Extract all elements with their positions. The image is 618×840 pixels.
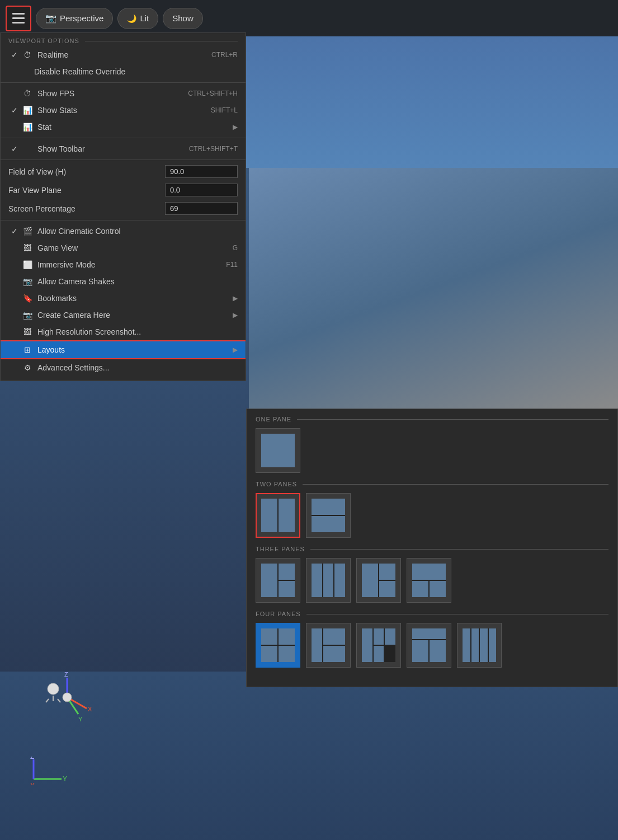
advanced-label: Advanced Settings... bbox=[37, 363, 238, 372]
allow-shakes-label: Allow Camera Shakes bbox=[37, 277, 238, 286]
fov-row: Field of View (H) bbox=[1, 162, 246, 181]
svg-line-9 bbox=[46, 699, 49, 702]
three-panes-title: THREE PANES bbox=[256, 546, 608, 552]
realtime-label: Realtime bbox=[37, 50, 211, 59]
svg-point-7 bbox=[48, 683, 59, 694]
immersive-label: Immersive Mode bbox=[37, 260, 226, 269]
show-stats-label: Show Stats bbox=[37, 106, 211, 115]
show-fps-shortcut: CTRL+SHIFT+H bbox=[188, 90, 238, 97]
layout-four-b[interactable] bbox=[306, 623, 351, 668]
stats-icon: 📊 bbox=[21, 106, 34, 115]
hamburger-menu-button[interactable] bbox=[6, 6, 31, 31]
allow-shakes-item[interactable]: 📷 Allow Camera Shakes bbox=[1, 273, 246, 290]
allow-cinematic-item[interactable]: ✓ 🎬 Allow Cinematic Control bbox=[1, 223, 246, 240]
four-panes-row bbox=[256, 623, 608, 668]
bookmarks-item[interactable]: 🔖 Bookmarks ▶ bbox=[1, 290, 246, 307]
layout-three-a[interactable] bbox=[256, 558, 300, 603]
one-pane-title: ONE PANE bbox=[256, 416, 608, 423]
svg-text:X: X bbox=[88, 706, 92, 712]
create-camera-arrow: ▶ bbox=[233, 311, 238, 319]
divider-1 bbox=[1, 82, 246, 83]
immersive-icon: ⬜ bbox=[21, 260, 34, 269]
layout-two-panes-vertical[interactable] bbox=[256, 493, 300, 538]
divider-2 bbox=[1, 138, 246, 138]
bookmarks-icon: 🔖 bbox=[21, 294, 34, 303]
layout-three-c-inner bbox=[362, 564, 395, 597]
svg-text:Y: Y bbox=[78, 716, 83, 722]
screen-pct-input[interactable] bbox=[165, 202, 238, 215]
layouts-icon: ⊞ bbox=[21, 345, 34, 354]
high-res-label: High Resolution Screenshot... bbox=[37, 327, 238, 336]
divider-4 bbox=[1, 220, 246, 220]
disable-realtime-label: Disable Realtime Override bbox=[34, 67, 238, 76]
create-camera-label: Create Camera Here bbox=[37, 311, 228, 320]
layout-four-b-inner bbox=[312, 628, 345, 662]
layout-two-v-inner bbox=[261, 499, 295, 532]
advanced-settings-item[interactable]: ⚙ Advanced Settings... bbox=[1, 359, 246, 376]
gizmo-svg: X Y Z bbox=[42, 672, 92, 722]
shakes-icon: 📷 bbox=[21, 277, 34, 286]
create-camera-item[interactable]: 📷 Create Camera Here ▶ bbox=[1, 307, 246, 323]
viewport-options-header: VIEWPORT OPTIONS bbox=[1, 33, 246, 46]
high-res-icon: 🖼 bbox=[21, 327, 34, 336]
viewport-options-menu: VIEWPORT OPTIONS ✓ ⏱ Realtime CTRL+R Dis… bbox=[0, 32, 246, 381]
lit-button[interactable]: 🌙 Lit bbox=[117, 8, 158, 29]
top-toolbar: 📷 Perspective 🌙 Lit Show bbox=[0, 0, 618, 36]
layout-four-equal[interactable] bbox=[256, 623, 300, 668]
layout-three-b[interactable] bbox=[306, 558, 351, 603]
lit-icon: 🌙 bbox=[127, 14, 136, 23]
immersive-shortcut: F11 bbox=[226, 261, 238, 269]
far-plane-input[interactable] bbox=[165, 184, 238, 196]
allow-cinematic-check: ✓ bbox=[8, 227, 21, 236]
layouts-item[interactable]: ⊞ Layouts ▶ bbox=[1, 340, 246, 359]
svg-text:X: X bbox=[30, 782, 35, 785]
axes-color-indicator: Y Z X bbox=[28, 757, 73, 787]
one-pane-row bbox=[256, 428, 608, 473]
bookmarks-label: Bookmarks bbox=[37, 294, 228, 303]
layout-four-d[interactable] bbox=[407, 623, 451, 668]
layout-four-a-inner bbox=[261, 628, 295, 662]
fps-icon: ⏱ bbox=[21, 89, 34, 98]
game-view-shortcut: G bbox=[233, 244, 238, 252]
fov-input[interactable] bbox=[165, 165, 238, 178]
show-fps-item[interactable]: ⏱ Show FPS CTRL+SHIFT+H bbox=[1, 85, 246, 102]
screen-pct-row: Screen Percentage bbox=[1, 199, 246, 218]
stat-item[interactable]: 📊 Stat ▶ bbox=[1, 119, 246, 135]
layout-two-panes-horizontal[interactable] bbox=[306, 493, 351, 538]
perspective-button[interactable]: 📷 Perspective bbox=[36, 8, 113, 29]
realtime-item[interactable]: ✓ ⏱ Realtime CTRL+R bbox=[1, 46, 246, 63]
svg-text:Z: Z bbox=[30, 757, 34, 761]
layout-four-c[interactable] bbox=[356, 623, 401, 668]
advanced-icon: ⚙ bbox=[21, 363, 34, 372]
immersive-item[interactable]: ⬜ Immersive Mode F11 bbox=[1, 256, 246, 273]
layout-four-e[interactable] bbox=[457, 623, 502, 668]
layout-one-pane-inner bbox=[261, 434, 295, 467]
layout-three-b-inner bbox=[312, 564, 345, 597]
layouts-arrow: ▶ bbox=[233, 346, 238, 354]
viewport-right bbox=[246, 168, 618, 409]
two-panes-title: TWO PANES bbox=[256, 481, 608, 487]
game-view-label: Game View bbox=[37, 243, 233, 252]
disable-realtime-item[interactable]: Disable Realtime Override bbox=[1, 63, 246, 80]
layout-three-d[interactable] bbox=[407, 558, 451, 603]
hamburger-line-3 bbox=[12, 22, 25, 24]
perspective-icon: 📷 bbox=[45, 13, 56, 24]
show-stats-item[interactable]: ✓ 📊 Show Stats SHIFT+L bbox=[1, 102, 246, 119]
divider-3 bbox=[1, 159, 246, 160]
gizmo-widget: X Y Z bbox=[42, 672, 92, 722]
high-res-item[interactable]: 🖼 High Resolution Screenshot... bbox=[1, 323, 246, 340]
stat-label: Stat bbox=[37, 123, 228, 132]
svg-line-10 bbox=[58, 699, 60, 702]
layout-three-c[interactable] bbox=[356, 558, 401, 603]
game-view-item[interactable]: 🖼 Game View G bbox=[1, 240, 246, 256]
lit-label: Lit bbox=[140, 13, 149, 23]
layout-one-pane[interactable] bbox=[256, 428, 300, 473]
show-toolbar-shortcut: CTRL+SHIFT+T bbox=[189, 145, 238, 153]
layouts-label: Layouts bbox=[37, 345, 228, 354]
show-button[interactable]: Show bbox=[163, 8, 203, 29]
allow-cinematic-label: Allow Cinematic Control bbox=[37, 227, 238, 236]
stat-arrow: ▶ bbox=[233, 123, 238, 131]
hamburger-line-2 bbox=[12, 17, 25, 19]
game-view-icon: 🖼 bbox=[21, 243, 34, 252]
show-toolbar-item[interactable]: ✓ Show Toolbar CTRL+SHIFT+T bbox=[1, 140, 246, 157]
